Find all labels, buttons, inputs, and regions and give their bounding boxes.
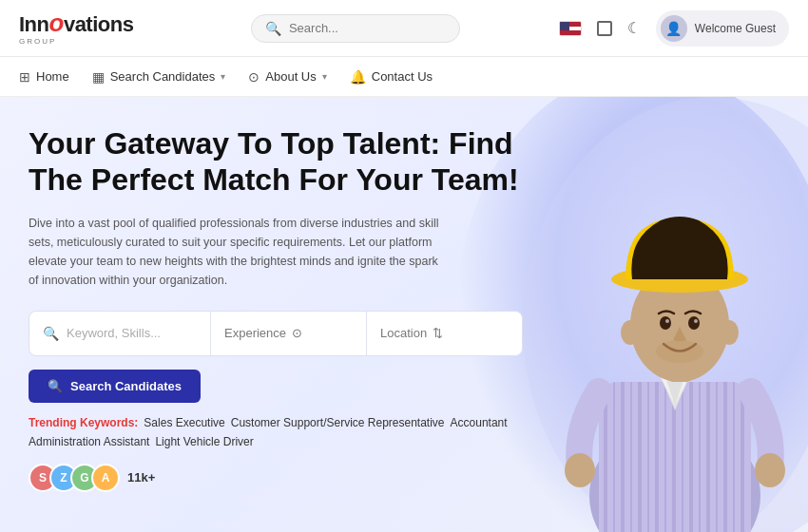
flag-icon[interactable]	[559, 21, 582, 36]
avatar: 👤	[661, 15, 687, 42]
keyword-search-icon: 🔍	[43, 326, 59, 341]
svg-point-33	[755, 453, 785, 487]
svg-rect-8	[647, 382, 649, 532]
svg-rect-13	[689, 382, 693, 532]
nav-label-contact-us: Contact Us	[372, 69, 433, 84]
header: Innovations GROUP 🔍 ☾ 👤 Welcome Guest	[0, 0, 808, 57]
svg-point-28	[694, 319, 698, 323]
nav-item-contact-us[interactable]: 🔔 Contact Us	[350, 66, 433, 88]
svg-point-27	[665, 319, 669, 323]
search-btn-label: Search Candidates	[70, 379, 182, 393]
search-input[interactable]	[289, 21, 446, 35]
candidate-search-bar: 🔍 Experience ⊙ Location ⇅	[29, 311, 523, 356]
svg-point-26	[688, 316, 700, 330]
svg-rect-5	[621, 382, 625, 532]
svg-point-34	[621, 320, 640, 345]
logo-text: Innovations	[19, 10, 133, 35]
chevron-down-icon-2: ▾	[322, 71, 327, 82]
experience-field[interactable]: Experience ⊙	[211, 312, 367, 355]
chevron-down-icon: ▾	[221, 71, 225, 82]
stats-row: S Z G A 11k+	[29, 464, 523, 492]
svg-rect-7	[638, 382, 642, 532]
nav-item-about-us[interactable]: ⊙ About Us ▾	[248, 66, 326, 88]
keyword-input[interactable]	[67, 326, 197, 340]
trending-keywords: Trending Keywords: Sales Executive Custo…	[29, 416, 523, 448]
logo: Innovations GROUP	[19, 10, 152, 46]
trending-kw-3[interactable]: Accountant	[451, 416, 508, 429]
nav-item-search-candidates[interactable]: ▦ Search Candidates ▾	[92, 66, 226, 88]
experience-label: Experience	[224, 326, 286, 340]
fullscreen-button[interactable]	[597, 21, 612, 36]
svg-point-35	[720, 320, 739, 345]
home-icon: ⊞	[19, 69, 30, 85]
welcome-label: Welcome Guest	[695, 22, 776, 35]
svg-rect-15	[706, 382, 710, 532]
search-icon-btn: 🔍	[48, 379, 63, 393]
header-right: ☾ 👤 Welcome Guest	[559, 10, 789, 47]
trending-label: Trending Keywords:	[29, 416, 138, 429]
hero-content: Your Gateway To Top Talent: Find The Per…	[0, 97, 551, 532]
nav-label-home: Home	[36, 69, 69, 84]
hero-headline: Your Gateway To Top Talent: Find The Per…	[29, 125, 523, 199]
navigation: ⊞ Home ▦ Search Candidates ▾ ⊙ About Us …	[0, 57, 808, 97]
search-candidates-button[interactable]: 🔍 Search Candidates	[29, 370, 201, 403]
candidate-count: 11k+	[127, 470, 155, 484]
location-filter-icon: ⇅	[433, 326, 443, 340]
svg-point-29	[656, 340, 703, 363]
svg-rect-6	[630, 382, 632, 532]
svg-rect-17	[723, 382, 727, 532]
avatar-stack: S Z G A	[29, 464, 120, 492]
logo-sub: GROUP	[19, 37, 133, 46]
svg-rect-12	[682, 382, 683, 532]
headline-line2: The Perfect Match For Your Team!	[29, 162, 519, 197]
trending-kw-5[interactable]: Light Vehicle Driver	[155, 435, 253, 448]
nav-item-home[interactable]: ⊞ Home	[19, 66, 69, 88]
trending-kw-1[interactable]: Sales Executive	[144, 416, 224, 429]
svg-rect-14	[699, 382, 701, 532]
svg-rect-9	[655, 382, 659, 532]
search-icon: 🔍	[265, 21, 281, 36]
location-label: Location	[380, 326, 427, 340]
search-bar[interactable]: 🔍	[251, 14, 460, 43]
svg-rect-18	[733, 382, 735, 532]
svg-point-32	[565, 453, 595, 487]
contact-icon: 🔔	[350, 69, 366, 85]
dark-mode-toggle[interactable]: ☾	[627, 19, 641, 37]
candidates-icon: ▦	[92, 69, 105, 85]
location-field[interactable]: Location ⇅	[367, 312, 522, 355]
svg-rect-10	[664, 382, 666, 532]
user-menu[interactable]: 👤 Welcome Guest	[656, 10, 789, 47]
svg-point-25	[660, 316, 671, 330]
svg-rect-16	[716, 382, 718, 532]
avatar-4: A	[91, 464, 120, 492]
svg-rect-4	[613, 382, 615, 532]
nav-label-about-us: About Us	[265, 69, 316, 84]
hero-subtext: Dive into a vast pool of qualified profe…	[29, 214, 447, 290]
headline-line1: Your Gateway To Top Talent: Find	[29, 126, 513, 161]
about-icon: ⊙	[248, 69, 260, 85]
nav-label-search-candidates: Search Candidates	[110, 69, 216, 84]
main-content: Your Gateway To Top Talent: Find The Per…	[0, 97, 808, 532]
keyword-field[interactable]: 🔍	[29, 312, 211, 355]
trending-kw-4[interactable]: Administration Assistant	[29, 435, 149, 448]
experience-dropdown-icon: ⊙	[292, 326, 302, 340]
trending-kw-2[interactable]: Customer Support/Service Representative	[231, 416, 445, 429]
